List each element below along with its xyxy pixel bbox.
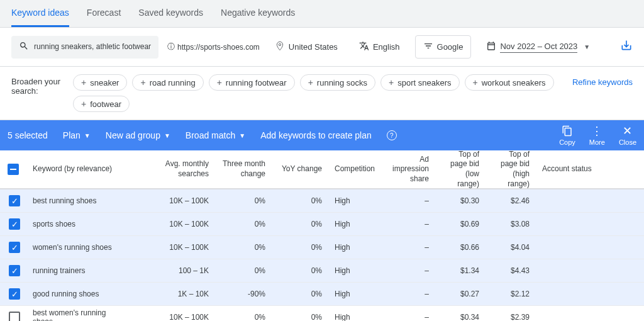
row-checkbox[interactable]: ✓ xyxy=(9,265,20,276)
table-row[interactable]: ✓sports shoes10K – 100K0%0%High–$0.69$3.… xyxy=(0,213,644,236)
cell-yoy: 0% xyxy=(272,238,328,257)
chip-label: running socks xyxy=(317,78,367,87)
selection-action-bar: 5 selected Plan ▼ New ad group ▼ Broad m… xyxy=(0,120,644,150)
plan-dropdown[interactable]: Plan ▼ xyxy=(63,130,91,140)
cell-keyword: women's running shoes xyxy=(26,238,133,257)
broaden-chip[interactable]: +running socks xyxy=(300,74,375,91)
plus-icon: + xyxy=(81,99,86,109)
new-group-label: New ad group xyxy=(106,130,160,140)
copy-icon xyxy=(562,125,573,137)
language-filter[interactable]: English xyxy=(353,37,406,57)
col-yoy[interactable]: YoY change xyxy=(272,150,328,188)
col-bid-low[interactable]: Top of page bid (low range) xyxy=(435,150,486,188)
location-filter[interactable]: United States xyxy=(269,37,344,57)
col-impression-share[interactable]: Ad impression share xyxy=(379,150,435,188)
row-checkbox[interactable]: ✓ xyxy=(9,195,20,206)
col-three-month[interactable]: Three month change xyxy=(215,150,272,188)
cell-avg: 1K – 10K xyxy=(133,284,215,303)
row-checkbox[interactable] xyxy=(9,312,20,321)
tab-negative-keywords[interactable]: Negative keywords xyxy=(221,0,295,27)
plus-icon: + xyxy=(140,77,145,87)
plan-label: Plan xyxy=(63,130,80,140)
tab-keyword-ideas[interactable]: Keyword ideas xyxy=(11,0,69,27)
language-text: English xyxy=(373,42,400,52)
date-range-text: Nov 2022 – Oct 2023 xyxy=(500,42,577,53)
cell-avg: 100 – 1K xyxy=(133,261,215,280)
cell-status xyxy=(536,196,605,206)
cell-status xyxy=(536,242,605,252)
calendar-icon xyxy=(486,41,496,53)
keyword-table: Keyword (by relevance) Avg. monthly sear… xyxy=(0,150,644,321)
chip-label: running footwear xyxy=(226,78,287,87)
cell-bid-low: $0.30 xyxy=(435,191,486,210)
download-button[interactable] xyxy=(620,39,633,55)
table-row[interactable]: ✓running trainers100 – 1K0%0%High–$1.34$… xyxy=(0,259,644,283)
cell-three-month: 0% xyxy=(215,215,272,234)
col-competition[interactable]: Competition xyxy=(328,150,379,188)
cell-competition: High xyxy=(328,284,379,303)
cell-impression: – xyxy=(379,308,435,321)
add-keywords-button[interactable]: Add keywords to create plan xyxy=(260,130,372,140)
cell-bid-high: $2.39 xyxy=(486,308,536,321)
site-url[interactable]: ⓘ https://sports-shoes.com xyxy=(167,42,260,52)
cell-avg: 10K – 100K xyxy=(133,215,215,234)
table-row[interactable]: ✓best running shoes10K – 100K0%0%High–$0… xyxy=(0,189,644,213)
table-row[interactable]: ✓women's running shoes10K – 100K0%0%High… xyxy=(0,236,644,259)
date-range-filter[interactable]: Nov 2022 – Oct 2023 ▼ xyxy=(480,37,596,57)
network-filter[interactable]: Google xyxy=(415,35,472,59)
cell-status xyxy=(536,266,605,276)
row-checkbox[interactable]: ✓ xyxy=(9,288,20,300)
new-ad-group-dropdown[interactable]: New ad group ▼ xyxy=(106,130,170,140)
cell-bid-low: $1.34 xyxy=(435,261,486,280)
main-tabs: Keyword ideas Forecast Saved keywords Ne… xyxy=(0,0,644,28)
row-checkbox[interactable]: ✓ xyxy=(9,218,20,230)
broaden-chip[interactable]: +road running xyxy=(132,74,203,91)
network-text: Google xyxy=(437,42,464,52)
cell-three-month: -90% xyxy=(215,284,272,303)
info-icon: ⓘ xyxy=(167,42,175,52)
broaden-chip[interactable]: +running footwear xyxy=(209,74,295,91)
cell-bid-high: $4.43 xyxy=(486,261,536,280)
col-bid-high[interactable]: Top of page bid (high range) xyxy=(486,150,536,188)
table-header: Keyword (by relevance) Avg. monthly sear… xyxy=(0,150,644,189)
tab-saved-keywords[interactable]: Saved keywords xyxy=(138,0,203,27)
col-avg-searches[interactable]: Avg. monthly searches xyxy=(133,150,215,188)
row-checkbox[interactable]: ✓ xyxy=(9,242,20,253)
match-type-dropdown[interactable]: Broad match ▼ xyxy=(186,130,245,140)
more-vert-icon: ⋮ xyxy=(591,125,602,137)
cell-status xyxy=(536,289,605,299)
select-all-header xyxy=(0,150,26,188)
cell-keyword: running trainers xyxy=(26,261,133,280)
cell-three-month: 0% xyxy=(215,191,272,210)
col-keyword[interactable]: Keyword (by relevance) xyxy=(26,150,133,188)
table-row[interactable]: best women's running shoes10K – 100K0%0%… xyxy=(0,306,644,321)
cell-bid-high: $2.12 xyxy=(486,284,536,303)
cell-yoy: 0% xyxy=(272,191,328,210)
cell-bid-high: $3.08 xyxy=(486,215,536,234)
help-icon[interactable]: ? xyxy=(387,130,397,140)
search-icon xyxy=(19,41,29,54)
selected-count: 5 selected xyxy=(8,130,48,140)
location-text: United States xyxy=(289,42,338,52)
select-all-checkbox[interactable] xyxy=(8,164,19,175)
broaden-chip[interactable]: +footwear xyxy=(73,96,130,112)
cell-impression: – xyxy=(379,238,435,257)
add-label: Add keywords to create plan xyxy=(260,130,372,140)
tab-forecast[interactable]: Forecast xyxy=(87,0,121,27)
table-row[interactable]: ✓good running shoes1K – 10K-90%0%High–$0… xyxy=(0,283,644,306)
col-account-status[interactable]: Account status xyxy=(536,150,605,188)
more-button[interactable]: ⋮ More xyxy=(589,125,605,146)
cell-impression: – xyxy=(379,261,435,280)
cell-status xyxy=(536,312,605,321)
chip-label: workout sneakers xyxy=(482,78,546,87)
keyword-search-box[interactable]: running sneakers, athletic footwear xyxy=(11,36,158,59)
broaden-chip[interactable]: +workout sneakers xyxy=(465,74,554,91)
close-button[interactable]: ✕ Close xyxy=(619,125,636,146)
broaden-chip[interactable]: +sneaker xyxy=(73,74,127,91)
cell-competition: High xyxy=(328,261,379,280)
refine-keywords-link[interactable]: Refine keywords xyxy=(572,74,633,88)
copy-button[interactable]: Copy xyxy=(559,125,575,146)
broaden-chip[interactable]: +sport sneakers xyxy=(380,74,459,91)
cell-competition: High xyxy=(328,308,379,321)
cell-impression: – xyxy=(379,191,435,210)
